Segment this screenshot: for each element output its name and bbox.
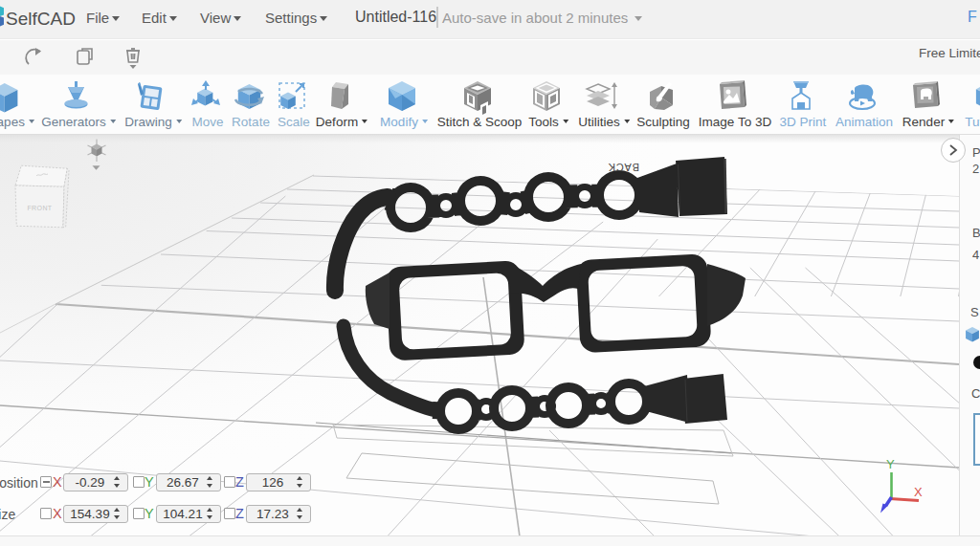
svg-text:X: X <box>914 485 923 499</box>
svg-text:Y: Y <box>886 457 895 471</box>
svg-text:FRONT: FRONT <box>27 205 52 211</box>
svg-text:BACK: BACK <box>608 162 639 173</box>
